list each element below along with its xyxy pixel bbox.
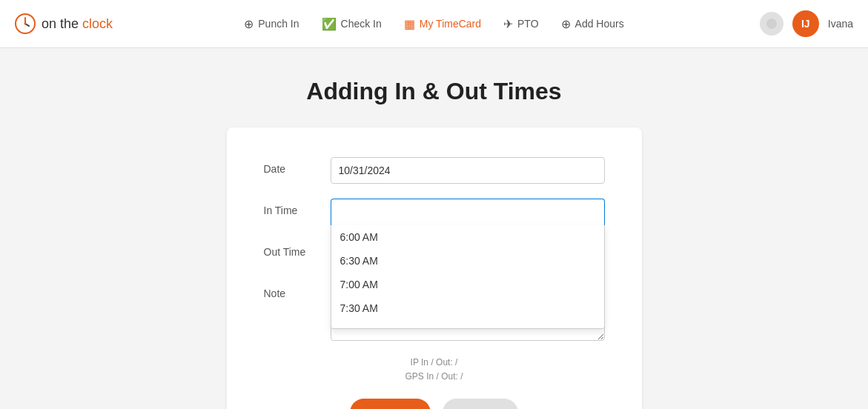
- nav-add-hours[interactable]: ⊕ Add Hours: [561, 17, 624, 31]
- header: on the clock ⊕ Punch In ✅ Check In ▦ My …: [0, 0, 868, 48]
- add-hours-label: Add Hours: [575, 18, 624, 30]
- add-hours-icon: ⊕: [561, 17, 571, 31]
- main-content: Adding In & Out Times Date In Time 6:00 …: [0, 48, 868, 409]
- bell-icon: [766, 18, 778, 30]
- button-row: ✓ Save Cancel: [264, 399, 605, 409]
- date-label: Date: [264, 157, 331, 175]
- logo-text: on the clock: [42, 16, 113, 32]
- user-avatar[interactable]: IJ: [792, 10, 819, 37]
- punch-in-icon: ⊕: [244, 17, 254, 31]
- form-card: Date In Time 6:00 AM6:30 AM7:00 AM7:30 A…: [227, 127, 642, 409]
- dropdown-option[interactable]: 6:30 AM: [331, 249, 604, 273]
- clock-icon: [15, 13, 36, 34]
- svg-point-4: [766, 19, 777, 29]
- main-nav: ⊕ Punch In ✅ Check In ▦ My TimeCard ✈ PT…: [244, 17, 623, 31]
- gps-label: GPS In / Out:: [405, 371, 457, 382]
- header-right: IJ Ivana: [760, 10, 853, 37]
- dropdown-option[interactable]: 8:00 AM: [331, 320, 604, 329]
- out-time-label: Out Time: [264, 240, 331, 258]
- nav-punch-in[interactable]: ⊕ Punch In: [244, 17, 299, 31]
- cancel-button[interactable]: Cancel: [443, 399, 519, 409]
- user-name[interactable]: Ivana: [828, 18, 853, 30]
- notifications-button[interactable]: [760, 12, 783, 36]
- gps-info: GPS In / Out: /: [264, 370, 605, 384]
- ip-info: IP In / Out: /: [264, 356, 605, 370]
- save-button[interactable]: ✓ Save: [350, 399, 431, 409]
- logo-highlight: clock: [82, 16, 113, 31]
- dropdown-option[interactable]: 6:00 AM: [331, 225, 604, 249]
- dropdown-option[interactable]: 7:30 AM: [331, 296, 604, 320]
- page-title: Adding In & Out Times: [306, 78, 561, 105]
- ip-value: /: [455, 357, 457, 368]
- date-row: Date: [264, 157, 605, 184]
- gps-value: /: [460, 371, 463, 382]
- in-time-dropdown-list[interactable]: 6:00 AM6:30 AM7:00 AM7:30 AM8:00 AM: [331, 225, 605, 329]
- in-time-label: In Time: [264, 199, 331, 216]
- user-initials: IJ: [801, 18, 810, 30]
- check-in-icon: ✅: [322, 17, 337, 31]
- punch-in-label: Punch In: [258, 18, 299, 30]
- dropdown-option[interactable]: 7:00 AM: [331, 273, 604, 296]
- in-time-input[interactable]: [331, 199, 605, 225]
- in-time-row: In Time 6:00 AM6:30 AM7:00 AM7:30 AM8:00…: [264, 199, 605, 225]
- info-row: IP In / Out: / GPS In / Out: /: [264, 356, 605, 384]
- nav-pto[interactable]: ✈ PTO: [503, 17, 539, 31]
- nav-check-in[interactable]: ✅ Check In: [322, 17, 382, 31]
- check-in-label: Check In: [341, 18, 382, 30]
- logo[interactable]: on the clock: [15, 13, 113, 34]
- svg-point-3: [24, 23, 27, 25]
- my-timecard-label: My TimeCard: [420, 18, 481, 30]
- pto-icon: ✈: [503, 17, 513, 31]
- note-label: Note: [264, 282, 331, 299]
- pto-label: PTO: [517, 18, 539, 30]
- nav-my-timecard[interactable]: ▦ My TimeCard: [404, 17, 481, 31]
- date-input[interactable]: [331, 157, 605, 184]
- ip-label: IP In / Out:: [411, 357, 453, 368]
- checkmark-icon: ✓: [371, 406, 380, 409]
- timecard-icon: ▦: [404, 17, 415, 31]
- in-time-dropdown-container: 6:00 AM6:30 AM7:00 AM7:30 AM8:00 AM: [331, 199, 605, 225]
